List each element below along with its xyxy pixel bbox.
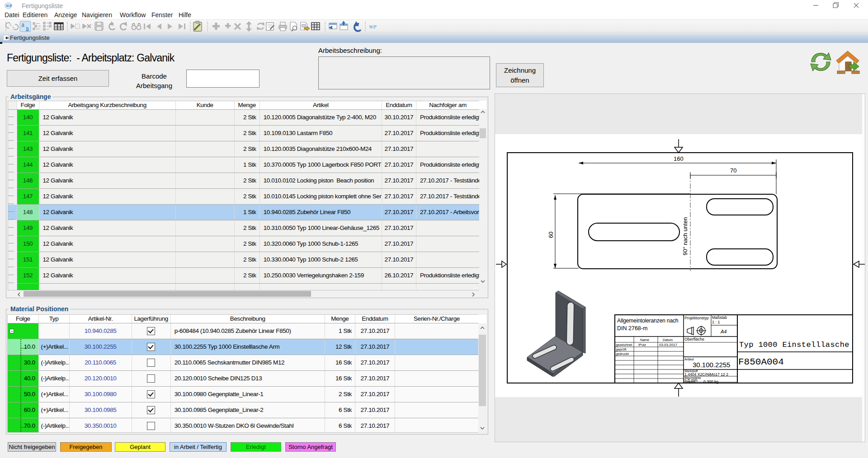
svg-text:1 : 1: 1 : 1 [712, 320, 720, 324]
svg-text:IPutz: IPutz [638, 343, 646, 347]
svg-text:A4: A4 [720, 329, 726, 334]
svg-text:Maßstab: Maßstab [712, 315, 727, 320]
svg-text:60: 60 [547, 232, 554, 238]
svg-text:b: b [26, 26, 29, 31]
svg-text:WP: WP [369, 24, 377, 29]
svg-text:a: a [22, 22, 24, 27]
svg-text:90° nach unten: 90° nach unten [682, 217, 689, 255]
svg-text:Projektionstyp: Projektionstyp [684, 316, 709, 320]
svg-text:Oberfläche: Oberfläche [684, 337, 704, 341]
svg-text:Allgemeintoleranzen nach: Allgemeintoleranzen nach [617, 318, 678, 324]
svg-text:03.03.2017: 03.03.2017 [659, 343, 678, 347]
svg-text:Typ 1000 Einstelllasche: Typ 1000 Einstelllasche [739, 341, 849, 349]
svg-text:Datum: Datum [663, 338, 673, 342]
svg-text:Gewicht: Gewicht [684, 380, 695, 383]
svg-text:30.100.2255: 30.100.2255 [693, 361, 730, 369]
svg-text:gedruckt: gedruckt [616, 352, 629, 356]
svg-text:DIN 2768-m: DIN 2768-m [617, 325, 647, 332]
svg-text:geprüft: geprüft [616, 347, 627, 351]
svg-text:160: 160 [674, 155, 684, 162]
svg-text:gezeichnet: gezeichnet [616, 343, 632, 347]
svg-text:70: 70 [730, 167, 736, 174]
svg-text:WP: WP [6, 4, 12, 8]
svg-text:0,300 kg: 0,300 kg [703, 379, 718, 384]
svg-text:F850A004: F850A004 [738, 357, 784, 367]
svg-text:Name: Name [640, 338, 649, 342]
